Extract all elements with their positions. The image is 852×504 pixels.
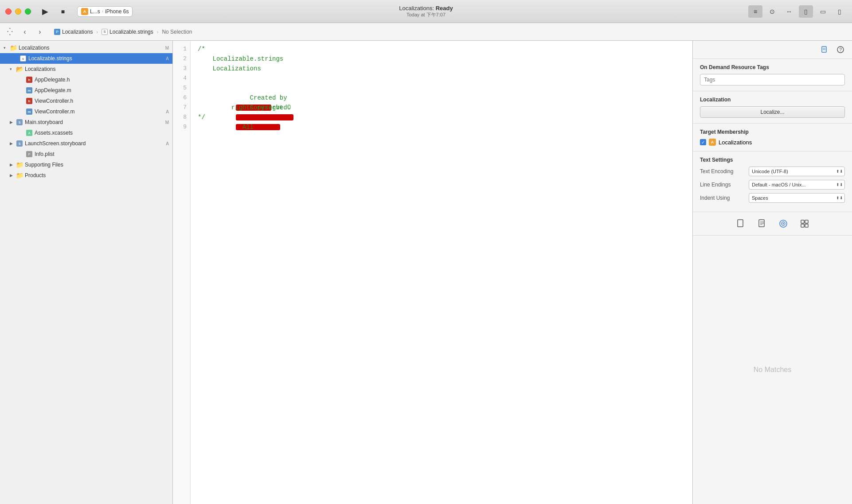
tree-main-storyboard[interactable]: ▶ S Main.storyboard M — [0, 117, 172, 128]
code-line-5: Created by on — [198, 83, 685, 93]
minimize-button[interactable] — [15, 8, 21, 15]
stop-button[interactable]: ■ — [56, 4, 70, 19]
encoding-select[interactable]: Unicode (UTF-8) — [749, 167, 845, 176]
device-name: iPhone 6s — [105, 8, 129, 15]
info-plist-label: Info.plist — [35, 151, 169, 157]
breadcrumb-file[interactable]: S Localizable.strings — [100, 28, 155, 36]
appdelegate-m-label: AppDelegate.m — [35, 87, 169, 93]
close-button[interactable] — [5, 8, 12, 15]
localization-section: Localization Localize... — [693, 91, 852, 124]
localization-tab-icon[interactable] — [797, 217, 812, 231]
vc-h-icon: h — [26, 97, 33, 105]
code-line-7: rights reserved. — [198, 103, 685, 112]
products-folder-icon: 📁 — [16, 172, 23, 179]
tree-viewcontroller-h[interactable]: h ViewController.h — [0, 96, 172, 106]
tree-viewcontroller-m[interactable]: m ViewController.m A — [0, 106, 172, 117]
strings-badge: A — [166, 56, 169, 61]
activity-toggle[interactable]: ⊙ — [765, 5, 779, 18]
no-matches-text: No Matches — [754, 366, 791, 374]
main-storyboard-icon: S — [16, 119, 23, 126]
products-label: Products — [25, 172, 169, 178]
scheme-separator: › — [102, 9, 103, 14]
membership-row: ✓ A Localizations — [700, 139, 845, 146]
utilities-toggle[interactable]: ▯ — [832, 5, 847, 18]
line-endings-select-wrapper: Default - macOS / Unix... ⬆⬇ — [749, 180, 845, 190]
localizations-folder-icon: 📂 — [16, 66, 23, 73]
tree-appdelegate-m[interactable]: m AppDelegate.m — [0, 85, 172, 96]
localize-button[interactable]: Localize... — [700, 106, 845, 118]
forward-icon[interactable]: › — [34, 26, 46, 38]
encoding-row: Text Encoding Unicode (UTF-8) ⬆⬇ — [700, 167, 845, 176]
back-icon[interactable]: ‹ — [19, 26, 31, 38]
line-num-6: 6 — [173, 93, 190, 103]
inspector-panel: ? On Demand Resource Tags Localization L… — [692, 41, 852, 504]
file-navigator: ▾ 📁 Localizations M s Localizable.string… — [0, 41, 173, 504]
disclosure-supporting: ▶ — [10, 163, 16, 167]
root-folder-icon: 📁 — [10, 44, 17, 51]
membership-checkbox[interactable]: ✓ — [700, 139, 706, 145]
breadcrumb-file-label: Localizable.strings — [109, 29, 153, 35]
tree-localizable-strings[interactable]: s Localizable.strings A — [0, 53, 172, 64]
tree-assets[interactable]: A Assets.xcassets — [0, 128, 172, 138]
code-tab-icon[interactable] — [755, 217, 769, 231]
tree-launchscreen[interactable]: ▶ S LaunchScreen.storyboard A — [0, 138, 172, 149]
viewcontroller-m-label: ViewController.m — [35, 109, 164, 115]
scheme-selector[interactable]: A L...s › iPhone 6s — [77, 6, 133, 17]
inspector-toggle[interactable]: ▯ — [799, 5, 813, 18]
build-status: Localizations: Ready Today at 下午7:07 — [399, 5, 453, 18]
viewcontroller-h-label: ViewController.h — [35, 98, 169, 104]
on-demand-title: On Demand Resource Tags — [700, 64, 845, 70]
all-text: All — [235, 124, 254, 131]
on-demand-section: On Demand Resource Tags — [693, 59, 852, 91]
breadcrumb-project[interactable]: P Localizations — [52, 28, 94, 36]
sub-toolbar: ⁛ ‹ › P Localizations › S Localizable.st… — [0, 23, 852, 41]
fullscreen-button[interactable] — [25, 8, 31, 15]
scheme-name: L...s — [90, 8, 100, 15]
disclosure-localizations: ▾ — [10, 67, 16, 71]
tree-localizations-folder[interactable]: ▾ 📂 Localizations — [0, 64, 172, 74]
assets-label: Assets.xcassets — [35, 130, 169, 136]
tree-root[interactable]: ▾ 📁 Localizations M — [0, 43, 172, 53]
target-tab-icon[interactable] — [776, 217, 790, 231]
navigator-toggle[interactable]: ≡ — [748, 5, 762, 18]
assistant-toggle[interactable]: ↔ — [782, 5, 796, 18]
indent-select[interactable]: Spaces — [749, 193, 845, 203]
file-inspector-icon[interactable] — [818, 43, 831, 56]
text-settings-title: Text Settings — [700, 157, 845, 163]
quick-help-icon[interactable]: ? — [834, 43, 847, 56]
code-editor[interactable]: 1 2 3 4 5 6 7 8 9 /* Localizable.strings… — [173, 41, 692, 504]
toolbar-right: ≡ ⊙ ↔ ▯ ▭ ▯ — [748, 5, 847, 18]
line-num-4: 4 — [173, 74, 190, 83]
svg-text:?: ? — [839, 47, 842, 52]
h-file-icon: h — [26, 76, 33, 83]
no-matches-area: No Matches — [693, 236, 852, 504]
traffic-lights — [5, 8, 31, 15]
code-line-2: Localizable.strings — [198, 54, 685, 64]
disclosure-main-storyboard: ▶ — [10, 120, 16, 124]
tags-input[interactable] — [700, 74, 845, 85]
code-content[interactable]: /* Localizable.strings Localizations Cre… — [191, 41, 692, 504]
indent-row: Indent Using Spaces ⬆⬇ — [700, 193, 845, 203]
root-badge: M — [165, 46, 169, 50]
run-button[interactable]: ▶ — [38, 4, 52, 19]
grid-view-icon[interactable]: ⁛ — [4, 26, 16, 38]
target-membership-section: Target Membership ✓ A Localizations — [693, 124, 852, 151]
breadcrumb-sep-1: › — [96, 29, 98, 35]
panel-tab-icons — [693, 212, 852, 236]
tree-supporting-files[interactable]: ▶ 📁 Supporting Files — [0, 159, 172, 170]
line-endings-select[interactable]: Default - macOS / Unix... — [749, 180, 845, 190]
file-tree: ▾ 📁 Localizations M s Localizable.string… — [0, 41, 172, 182]
encoding-select-wrapper: Unicode (UTF-8) ⬆⬇ — [749, 167, 845, 176]
project-icon: P — [54, 29, 60, 35]
created-by-text: Created by — [235, 94, 291, 101]
file-tab-icon[interactable] — [734, 217, 748, 231]
launchscreen-icon: S — [16, 140, 23, 147]
code-editor-area: 1 2 3 4 5 6 7 8 9 /* Localizable.strings… — [173, 41, 692, 504]
debug-toggle[interactable]: ▭ — [816, 5, 830, 18]
tree-products[interactable]: ▶ 📁 Products — [0, 170, 172, 181]
svg-rect-15 — [801, 224, 804, 227]
root-label: Localizations — [19, 45, 164, 51]
tree-info-plist[interactable]: P Info.plist — [0, 149, 172, 159]
breadcrumb: P Localizations › S Localizable.strings … — [52, 28, 194, 36]
tree-appdelegate-h[interactable]: h AppDelegate.h — [0, 74, 172, 85]
